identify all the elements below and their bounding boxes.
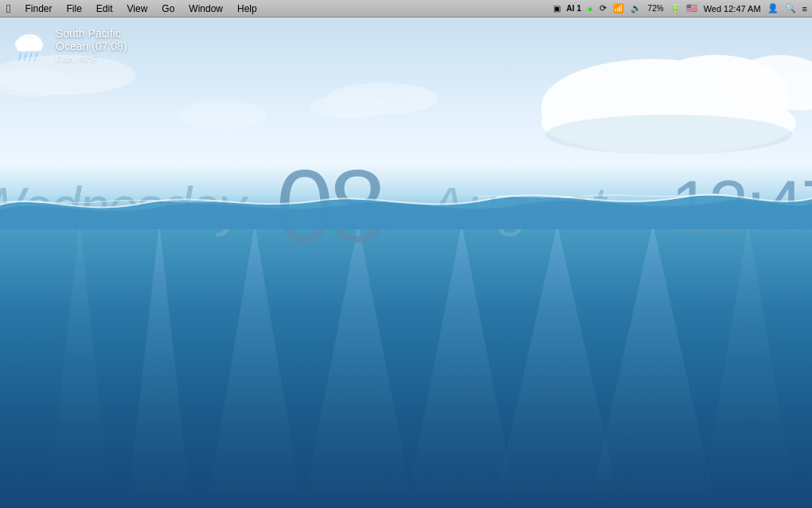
menubar-left:  Finder File Edit View Go Window Help [5, 2, 259, 15]
svg-point-4 [545, 115, 792, 154]
menubar-right: ▣ AI 1 ● ⟳ 📶 🔊 72% 🔋 🇺🇸 Wed 12:47 AM 👤 🔍… [553, 3, 807, 14]
apple-menu[interactable]:  [5, 2, 12, 15]
menubar:  Finder File Edit View Go Window Help ▣… [0, 0, 812, 18]
flag-icon: 🇺🇸 [686, 3, 697, 14]
menu-finder[interactable]: Finder [23, 3, 53, 14]
menu-help[interactable]: Help [236, 3, 259, 14]
status-icon-volume[interactable]: 🔊 [630, 3, 642, 14]
search-icon[interactable]: 🔍 [785, 3, 796, 14]
status-icon-wifi[interactable]: 📶 [613, 3, 624, 14]
desktop: Wednesday 08 August 12:47 South Pacific … [0, 18, 812, 508]
svg-point-11 [179, 100, 267, 129]
user-icon[interactable]: 👤 [767, 3, 779, 14]
menu-go[interactable]: Go [160, 3, 176, 14]
status-icon-green[interactable]: ● [588, 4, 593, 14]
menu-edit[interactable]: Edit [95, 3, 115, 14]
battery-level: 72% [648, 4, 664, 13]
menu-file[interactable]: File [65, 3, 84, 14]
water-wave-svg [0, 182, 812, 229]
menu-window[interactable]: Window [187, 3, 224, 14]
status-icon-photo[interactable]: ▣ [553, 4, 560, 13]
list-icon[interactable]: ≡ [802, 4, 807, 14]
status-icon-ai[interactable]: AI 1 [567, 4, 581, 13]
svg-point-10 [310, 95, 390, 119]
menu-view[interactable]: View [126, 3, 150, 14]
clouds-svg [0, 35, 812, 274]
status-icon-arrows[interactable]: ⟳ [599, 3, 607, 14]
menubar-time[interactable]: Wed 12:47 AM [704, 4, 761, 14]
battery-icon: 🔋 [670, 4, 680, 13]
